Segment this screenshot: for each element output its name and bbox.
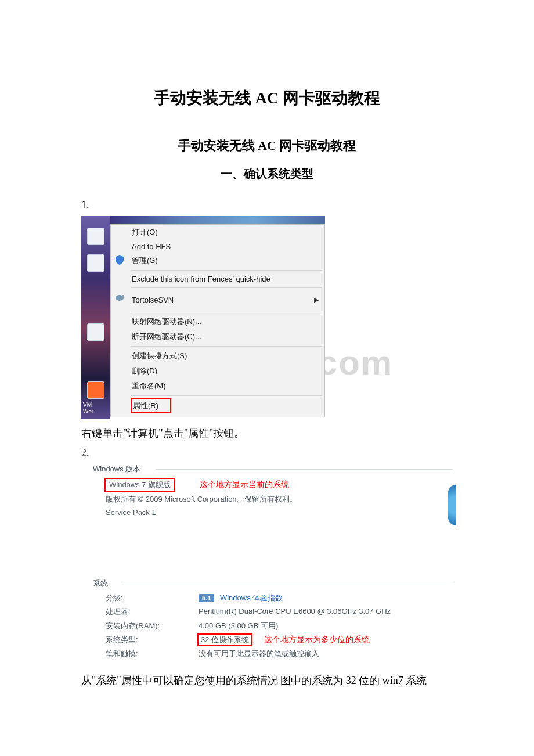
value-rating: 5.1 Windows 体验指数 [199, 593, 453, 603]
menu-label: Exclude this icon from Fences' quick-hid… [132, 275, 270, 283]
menu-label: 重命名(M) [132, 381, 166, 391]
system-type-value: 32 位操作系统 [199, 635, 251, 645]
windows-logo-edge [448, 485, 456, 525]
annotation-current-system: 这个地方显示当前的系统 [200, 480, 289, 489]
menu-item-manage[interactable]: 管理(G) [111, 253, 324, 268]
menu-separator [131, 312, 322, 312]
windows-edition-name: Windows 7 旗舰版 [106, 479, 174, 491]
group-label: 系统 [93, 579, 108, 588]
menu-item-disconnect-drive[interactable]: 断开网络驱动器(C)... [111, 329, 324, 344]
section-title: 一、确认系统类型 [81, 166, 453, 182]
label-rating: 分级: [106, 593, 199, 603]
label-ram: 安装内存(RAM): [106, 621, 199, 631]
svg-point-1 [122, 295, 124, 297]
system-info-table: 分级: 5.1 Windows 体验指数 处理器: Pentium(R) Dua… [81, 589, 453, 661]
row-ram: 安装内存(RAM): 4.00 GB (3.00 GB 可用) [106, 619, 453, 633]
group-line [122, 584, 453, 584]
row-system-type: 系统类型: 32 位操作系统 这个地方显示为多少位的系统 [106, 633, 453, 647]
system-section-header: 系统 [93, 578, 453, 589]
conclusion-text: 从"系统"属性中可以确定您使用的系统情况 图中的系统为 32 位的 win7 系… [81, 674, 453, 687]
desktop-icon [87, 381, 104, 399]
windows-edition-block: Windows 7 旗舰版 这个地方显示当前的系统 版权所有 © 2009 Mi… [81, 474, 453, 517]
value-ram: 4.00 GB (3.00 GB 可用) [199, 621, 453, 631]
group-label: Windows 版本 [93, 465, 140, 473]
menu-label: 断开网络驱动器(C)... [132, 332, 201, 342]
desktop-icon [87, 323, 104, 341]
tortoise-icon [114, 291, 125, 302]
menu-separator [131, 395, 322, 396]
desktop-top-band [110, 216, 325, 224]
main-title: 手动安装无线 AC 网卡驱动教程 [81, 87, 453, 109]
menu-item-rename[interactable]: 重命名(M) [111, 379, 324, 394]
wei-score-badge: 5.1 [199, 594, 214, 602]
service-pack-text: Service Pack 1 [106, 508, 453, 517]
label-system-type: 系统类型: [106, 635, 199, 645]
menu-item-tortoisesvn[interactable]: TortoiseSVN ▶ [111, 290, 324, 310]
menu-item-add-hfs[interactable]: Add to HFS [111, 240, 324, 253]
value-cpu: Pentium(R) Dual-Core CPU E6600 @ 3.06GHz… [199, 607, 453, 615]
menu-item-delete[interactable]: 删除(D) [111, 363, 324, 379]
step-1-number: 1. [81, 199, 453, 211]
label-cpu: 处理器: [106, 607, 199, 617]
sub-title: 手动安装无线 AC 网卡驱动教程 [81, 137, 453, 154]
value-pen-touch: 没有可用于此显示器的笔或触控输入 [199, 649, 453, 659]
menu-label: 管理(G) [132, 255, 158, 266]
menu-separator [131, 270, 322, 271]
value-system-type: 32 位操作系统 这个地方显示为多少位的系统 [199, 635, 453, 645]
menu-label: 属性(R) [133, 401, 158, 411]
menu-item-shortcut[interactable]: 创建快捷方式(S) [111, 348, 324, 363]
screenshot-context-menu: VM Wor 打开(O) Add to HFS 管理(G) Exclude th… [81, 216, 325, 419]
shield-icon [114, 255, 125, 265]
label-pen-touch: 笔和触摸: [106, 649, 199, 659]
menu-label: Add to HFS [132, 242, 171, 251]
menu-label: TortoiseSVN [132, 296, 174, 304]
document-page: 手动安装无线 AC 网卡驱动教程 手动安装无线 AC 网卡驱动教程 一、确认系统… [0, 0, 534, 729]
row-rating: 分级: 5.1 Windows 体验指数 [106, 591, 453, 605]
menu-separator [131, 346, 322, 347]
menu-label: 创建快捷方式(S) [132, 351, 187, 361]
menu-label: 打开(O) [132, 227, 158, 237]
menu-item-map-drive[interactable]: 映射网络驱动器(N)... [111, 314, 324, 329]
menu-item-exclude-fences[interactable]: Exclude this icon from Fences' quick-hid… [111, 272, 324, 286]
menu-label: 删除(D) [132, 366, 157, 376]
desktop-icon [87, 254, 104, 272]
wei-link[interactable]: Windows 体验指数 [220, 593, 283, 602]
menu-item-properties[interactable]: 属性(R) [131, 398, 171, 413]
row-pen-touch: 笔和触摸: 没有可用于此显示器的笔或触控输入 [106, 647, 453, 661]
context-menu: 打开(O) Add to HFS 管理(G) Exclude this icon… [110, 224, 325, 417]
row-cpu: 处理器: Pentium(R) Dual-Core CPU E6600 @ 3.… [106, 605, 453, 619]
windows-edition-header: Windows 版本 [93, 464, 453, 474]
screenshot-system-properties: Windows 版本 Windows 7 旗舰版 这个地方显示当前的系统 版权所… [81, 464, 453, 661]
menu-label: 映射网络驱动器(N)... [132, 316, 201, 327]
annotation-bitness: 这个地方显示为多少位的系统 [264, 635, 370, 644]
group-line [156, 469, 453, 470]
submenu-arrow-icon: ▶ [314, 296, 319, 304]
menu-item-open[interactable]: 打开(O) [111, 225, 324, 240]
copyright-text: 版权所有 © 2009 Microsoft Corporation。保留所有权利… [106, 494, 453, 505]
step-1-text: 右键单击"计算机"点击"属性"按钮。 [81, 426, 453, 440]
step-2-number: 2. [81, 447, 453, 459]
desktop-icon [87, 228, 104, 245]
menu-separator [131, 287, 322, 288]
desktop-icon-label: VM Wor [83, 402, 93, 415]
